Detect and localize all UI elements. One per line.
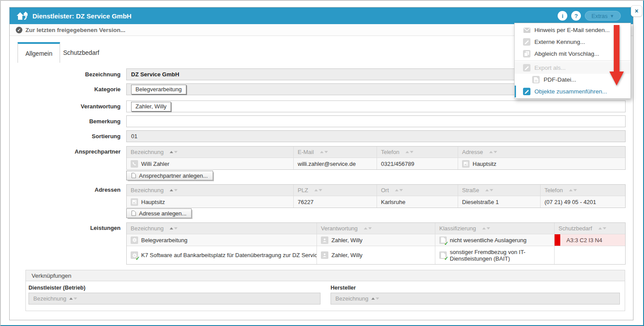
schutzbedarf-badge: A3:3 C2 I3 N4 [554, 234, 625, 246]
adressen-header-row: Bezeichnung PLZ Ort Straße Telefon [127, 185, 625, 196]
close-icon: × [635, 7, 638, 14]
extras-dropdown-menu: Hinweis per E-Mail senden... Externe Ken… [514, 23, 631, 99]
sort-icons[interactable] [598, 227, 606, 229]
hersteller-table-header[interactable]: Bezeichnung [331, 293, 620, 305]
dienstleister-icon [16, 11, 28, 21]
tab-schutzbedarf[interactable]: Schutzbedarf [55, 42, 107, 63]
menu-item-externe-kennung[interactable]: Externe Kennung... [515, 36, 630, 48]
menu-item-abgleich-vorschlag[interactable]: Abgleich mit Vorschlag... [515, 48, 630, 60]
extras-label: Extras [591, 13, 608, 19]
col-header-verantwortung[interactable]: Verantwortung [317, 223, 435, 234]
col-header-telefon[interactable]: Telefon [540, 185, 625, 196]
sortierung-label: Sortierung [28, 133, 121, 140]
close-button[interactable]: × [631, 5, 642, 17]
person-icon [321, 236, 328, 244]
table-row[interactable]: K7 Software auf Bankarbeitsplatz für Dat… [127, 246, 625, 264]
gear-icon [131, 236, 138, 244]
leistungen-header-row: Bezeichnung Verantwortung Klassifizierun… [127, 223, 625, 234]
sort-icons[interactable] [320, 151, 328, 153]
document-icon [132, 211, 136, 216]
col-header-bezeichnung[interactable]: Bezeichnung [127, 185, 293, 196]
col-header-strasse[interactable]: Straße [458, 185, 540, 196]
person-icon [321, 251, 328, 259]
dienstleister-betrieb-label: Dienstleister (Betrieb) [28, 285, 85, 291]
col-header-bezeichnung[interactable]: Bezeichnung [127, 223, 317, 234]
page-title: Dienstleister: DZ Service GmbH [32, 12, 132, 20]
pdf-file-icon [532, 76, 540, 83]
copy-icon [523, 50, 530, 57]
sort-icons[interactable] [395, 189, 403, 191]
sort-icons[interactable] [314, 189, 322, 191]
bemerkung-field[interactable] [126, 115, 626, 127]
schutzbedarf-empty [554, 246, 625, 264]
menu-item-pdf-datei[interactable]: PDF-Datei... [515, 74, 630, 86]
menu-item-objekte-zusammenfuehren[interactable]: Objekte zusammenführen... [515, 86, 630, 97]
bemerkung-label: Bemerkung [28, 118, 121, 125]
adresse-anlegen-button[interactable]: Adresse anlegen... [126, 208, 192, 218]
sort-icons[interactable] [364, 227, 372, 229]
verknuepfungen-section: Verknüpfungen Dienstleister (Betrieb) Be… [25, 270, 625, 311]
sort-icons[interactable] [69, 297, 77, 300]
hersteller-label: Hersteller [331, 285, 356, 291]
col-header-adresse[interactable]: Adresse [458, 147, 625, 158]
kategorie-chip[interactable]: Belegverarbeitung [131, 85, 186, 94]
gear-icon [131, 251, 138, 259]
page: { "window": { "title": "Dienstleister: D… [0, 0, 644, 326]
classification-doc-icon [439, 251, 447, 259]
menu-separator [515, 61, 630, 61]
tab-schutzbedarf-label: Schutzbedarf [63, 49, 100, 56]
sort-icons[interactable] [482, 227, 490, 229]
verantwortung-field[interactable]: Zahler, Willy [126, 100, 626, 112]
sort-icons[interactable] [170, 189, 178, 191]
tab-allgemein-label: Allgemein [25, 50, 52, 57]
col-header-telefon[interactable]: Telefon [377, 147, 458, 158]
picture-icon [462, 160, 470, 168]
ansprechpartner-header-row: Bezeichnung E-Mail Telefon Adresse [127, 147, 625, 158]
titlebar-actions: i ? Extras ▼ [558, 11, 627, 21]
sort-icons[interactable] [485, 189, 493, 191]
sortierung-field[interactable]: 01 [126, 130, 626, 142]
export-icon [523, 64, 530, 72]
phone-icon [131, 160, 138, 168]
title-bar: Dienstleister: DZ Service GmbH i ? Extra… [10, 7, 633, 24]
sort-icons[interactable] [569, 189, 577, 191]
leistungen-label: Leistungen [28, 225, 121, 231]
sort-icons[interactable] [406, 151, 413, 153]
col-header-bezeichnung[interactable]: Bezeichnung [127, 147, 293, 158]
extras-button[interactable]: Extras ▼ [585, 11, 621, 21]
verantwortung-chip[interactable]: Zahler, Willy [131, 102, 171, 111]
ansprechpartner-anlegen-button[interactable]: Ansprechpartner anlegen... [126, 171, 213, 180]
col-header-schutzbedarf[interactable]: Schutzbedarf [554, 223, 625, 234]
dienstleister-betrieb-table-header[interactable]: Bezeichnung [28, 293, 320, 305]
col-header-ort[interactable]: Ort [377, 185, 458, 196]
table-row[interactable]: Willi Zahler willi.zahler@service.de 032… [127, 158, 625, 169]
edit-icon [523, 38, 530, 46]
col-header-plz[interactable]: PLZ [293, 185, 377, 196]
ansprechpartner-label: Ansprechpartner [28, 148, 121, 155]
merge-edit-icon [523, 88, 530, 95]
sort-icons[interactable] [371, 297, 379, 300]
sort-icons[interactable] [489, 151, 497, 153]
kategorie-label: Kategorie [28, 86, 121, 93]
menu-item-hinweis-email[interactable]: Hinweis per E-Mail senden... [515, 24, 630, 36]
table-row[interactable]: Belegverarbeitung Zahler, Willy nicht we… [127, 234, 625, 246]
ansprechpartner-table: Bezeichnung E-Mail Telefon Adresse Wi [126, 146, 626, 170]
info-button[interactable]: i [558, 11, 567, 21]
sort-icons[interactable] [170, 151, 178, 153]
help-button[interactable]: ? [571, 11, 581, 21]
verantwortung-label: Verantwortung [28, 103, 121, 110]
menu-item-export-als: Export als... [515, 62, 630, 74]
version-link-label: Zur letzten freigegebenen Version... [25, 27, 125, 33]
tab-allgemein[interactable]: Allgemein [18, 42, 60, 63]
col-header-klassifizierung[interactable]: Klassifizierung [435, 223, 554, 234]
leistungen-table: Bezeichnung Verantwortung Klassifizierun… [126, 222, 626, 265]
col-header-email[interactable]: E-Mail [293, 147, 377, 158]
table-row[interactable]: Hauptsitz 76227 Karlsruhe Dieselstraße 1… [127, 196, 625, 208]
sort-icons[interactable] [170, 227, 178, 229]
adressen-table: Bezeichnung PLZ Ort Straße Telefon [126, 184, 626, 208]
envelope-icon [523, 26, 530, 34]
adressen-label: Adressen [28, 186, 121, 193]
bezeichnung-label: Bezeichnung [28, 71, 121, 78]
document-icon [132, 173, 136, 178]
chevron-down-icon: ▼ [610, 14, 614, 18]
